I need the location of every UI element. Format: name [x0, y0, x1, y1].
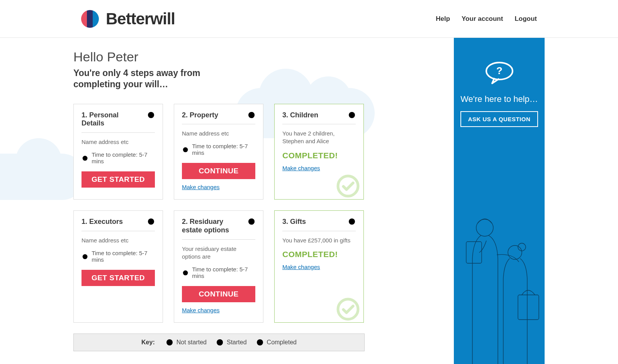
svg-text:?: ? [496, 65, 503, 76]
status-not-started-icon [166, 339, 173, 346]
legend-not-started: Not started [166, 339, 207, 346]
status-completed-icon [348, 218, 356, 225]
legend-label: Key: [141, 339, 155, 346]
status-not-started-icon [147, 218, 155, 225]
card-time: Time to complete: 5-7 mins [81, 151, 155, 164]
legend-completed: Completed [256, 339, 297, 346]
status-not-started-icon [147, 111, 155, 119]
completed-label: COMPLETED! [282, 151, 356, 160]
make-changes-link[interactable]: Make changes [182, 184, 220, 190]
card-time: Time to complete: 5-7 mins [182, 143, 255, 156]
page-greeting: Hello Peter [73, 49, 442, 64]
card-title: 2. Residuary estate options [182, 218, 244, 234]
legend-started: Started [216, 339, 247, 346]
stopwatch-icon [81, 252, 88, 260]
card-title: 2. Property [182, 111, 218, 120]
step-cards-grid: 1. Personal Details Name address etc Tim… [73, 104, 442, 323]
help-sidebar: ? We're here to help… ASK US A QUESTION [454, 38, 545, 364]
card-desc: You have 2 children, Stephen and Alice [282, 130, 356, 146]
make-changes-link[interactable]: Make changes [282, 264, 320, 270]
card-desc: Name address etc [182, 130, 255, 137]
card-desc: Your residuary estate options are [182, 245, 255, 261]
get-started-button[interactable]: GET STARTED [81, 270, 155, 286]
speech-bubble-question-icon: ? [484, 61, 514, 86]
card-gifts: 3. Gifts You have £257,000 in gifts COMP… [274, 210, 364, 323]
brand-logo[interactable]: Betterwill [81, 10, 175, 28]
stopwatch-icon [182, 269, 189, 276]
status-started-icon [248, 218, 255, 225]
card-children: 3. Children You have 2 children, Stephen… [274, 104, 364, 200]
status-started-icon [248, 111, 255, 119]
nav-account[interactable]: Your account [462, 15, 503, 23]
page-subhead: You're only 4 steps away from completing… [73, 68, 212, 90]
dashboard-main: Hello Peter You're only 4 steps away fro… [73, 38, 454, 364]
card-desc: You have £257,000 in gifts [282, 237, 356, 244]
status-completed-icon [348, 111, 356, 119]
get-started-button[interactable]: GET STARTED [81, 171, 155, 188]
status-started-icon [216, 339, 224, 346]
ask-question-button[interactable]: ASK US A QUESTION [460, 111, 538, 127]
status-completed-icon [256, 339, 264, 346]
card-desc: Name address etc [81, 237, 155, 244]
card-residuary-estate: 2. Residuary estate options Your residua… [174, 210, 263, 323]
card-time: Time to complete: 5-7 mins [182, 266, 255, 279]
legend-bar: Key: Not started Started Completed [73, 334, 365, 351]
nav-help[interactable]: Help [436, 15, 450, 23]
nav-logout[interactable]: Logout [514, 15, 537, 23]
checkmark-bg-icon [336, 297, 360, 322]
card-title: 1. Personal Details [81, 111, 143, 128]
brand-wordmark: Betterwill [106, 10, 175, 28]
continue-button[interactable]: CONTINUE [182, 286, 255, 302]
people-illustration [454, 212, 545, 364]
card-title: 3. Children [282, 111, 318, 120]
card-personal-details: 1. Personal Details Name address etc Tim… [73, 104, 163, 200]
card-property: 2. Property Name address etc Time to com… [174, 104, 263, 200]
svg-point-9 [338, 299, 358, 319]
continue-button[interactable]: CONTINUE [182, 163, 255, 179]
help-tagline: We're here to help… [460, 94, 538, 104]
completed-label: COMPLETED! [282, 250, 356, 259]
make-changes-link[interactable]: Make changes [182, 307, 220, 313]
stopwatch-icon [182, 146, 189, 153]
card-desc: Name address etc [81, 138, 155, 146]
primary-nav: Help Your account Logout [436, 15, 537, 23]
make-changes-link[interactable]: Make changes [282, 165, 320, 171]
checkmark-bg-icon [336, 174, 360, 198]
card-time: Time to complete: 5-7 mins [81, 250, 155, 263]
card-executors: 1. Executors Name address etc Time to co… [73, 210, 163, 323]
card-title: 3. Gifts [282, 218, 306, 226]
app-header: Betterwill Help Your account Logout [0, 0, 618, 38]
svg-point-8 [338, 176, 358, 196]
card-title: 1. Executors [81, 218, 123, 226]
stopwatch-icon [81, 154, 88, 162]
svg-rect-16 [518, 295, 539, 320]
brand-mark-icon [81, 10, 99, 28]
svg-point-14 [508, 245, 522, 259]
